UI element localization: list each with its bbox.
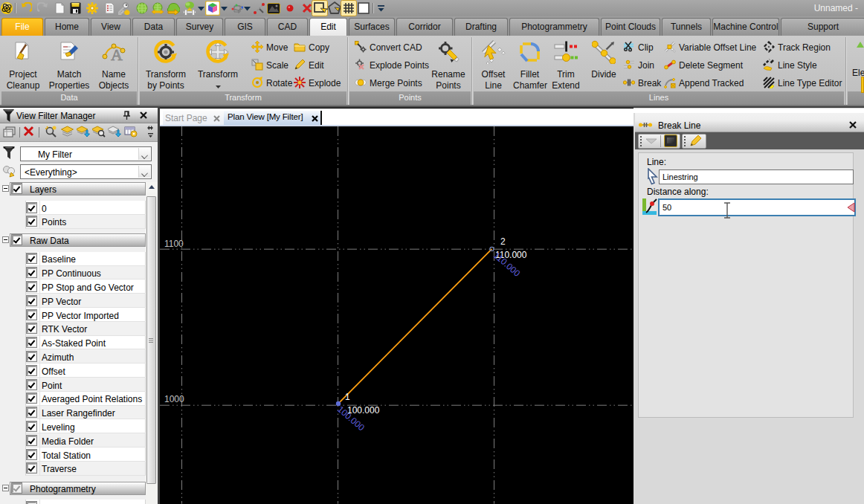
svg-text:2: 2: [500, 236, 506, 247]
svg-text:1000: 1000: [164, 394, 184, 404]
svg-text:1: 1: [345, 392, 350, 402]
svg-text:1100: 1100: [164, 239, 184, 249]
svg-text:A: A: [111, 45, 123, 64]
